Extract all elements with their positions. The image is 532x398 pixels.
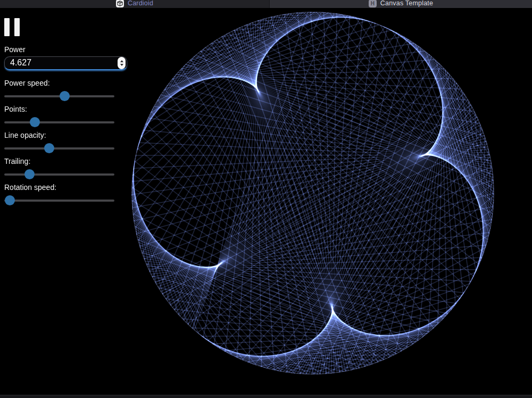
slider-thumb[interactable] bbox=[24, 169, 35, 179]
power-speed-slider[interactable] bbox=[4, 91, 119, 101]
power-input-wrap bbox=[4, 56, 127, 70]
browser-tab-bar: Cardioid H Canvas Template bbox=[0, 0, 532, 8]
bottom-bar bbox=[0, 395, 532, 398]
slider-track bbox=[4, 173, 114, 176]
power-label: Power bbox=[4, 46, 128, 54]
slider-thumb[interactable] bbox=[5, 195, 15, 205]
pause-bar-icon bbox=[4, 18, 10, 36]
slider-thumb[interactable] bbox=[60, 91, 70, 101]
number-stepper[interactable] bbox=[118, 57, 126, 69]
line-opacity-slider[interactable] bbox=[4, 143, 119, 153]
tab-cardioid-label: Cardioid bbox=[128, 0, 153, 7]
stepper-down-icon bbox=[120, 64, 123, 66]
trailing-slider[interactable] bbox=[4, 169, 119, 179]
pause-bar-icon bbox=[14, 18, 20, 36]
power-speed-label: Power speed: bbox=[4, 79, 128, 87]
rotation-speed-label: Rotation speed: bbox=[4, 184, 128, 192]
tab-canvas-template[interactable]: H Canvas Template bbox=[269, 0, 532, 8]
cube-icon bbox=[116, 0, 124, 7]
power-input[interactable] bbox=[4, 56, 127, 70]
slider-track bbox=[4, 200, 114, 202]
control-panel: Power Power speed: Points: Line opacity:… bbox=[4, 18, 128, 210]
slider-track bbox=[4, 121, 114, 123]
points-label: Points: bbox=[4, 105, 128, 113]
pause-button[interactable] bbox=[4, 18, 20, 36]
stepper-up-icon bbox=[120, 60, 123, 62]
slider-thumb[interactable] bbox=[30, 117, 40, 127]
slider-thumb[interactable] bbox=[44, 143, 54, 153]
tab-cardioid[interactable]: Cardioid bbox=[0, 0, 269, 8]
trailing-label: Trailing: bbox=[4, 157, 128, 165]
points-slider[interactable] bbox=[4, 117, 119, 127]
tab-canvas-template-label: Canvas Template bbox=[380, 0, 433, 7]
line-opacity-label: Line opacity: bbox=[4, 131, 128, 139]
h-badge-icon: H bbox=[369, 0, 377, 7]
rotation-speed-slider[interactable] bbox=[4, 195, 119, 205]
slider-track bbox=[4, 147, 114, 150]
